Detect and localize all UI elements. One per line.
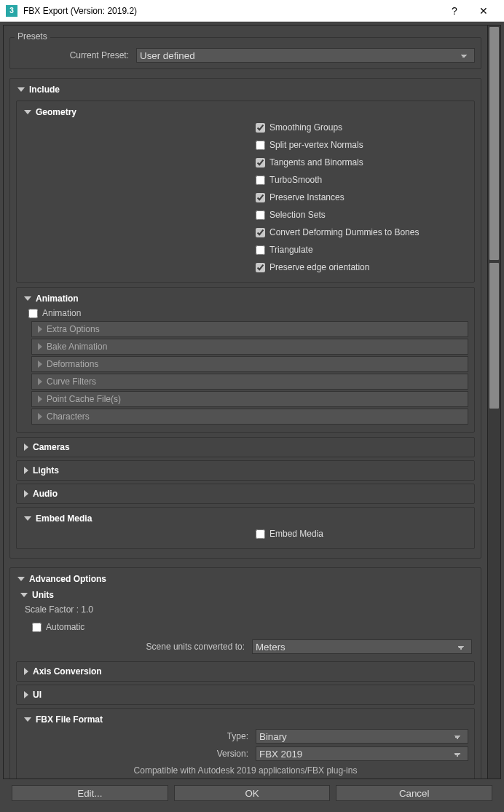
preserve-instances-label: Preserve Instances — [269, 192, 344, 202]
scale-factor-text: Scale Factor : 1.0 — [25, 604, 466, 615]
convert-dummies-checkbox[interactable] — [256, 228, 265, 237]
scroll-area: Presets Current Preset: User defined Inc… — [3, 25, 501, 779]
animation-checkbox[interactable] — [28, 309, 38, 318]
advanced-options-label: Advanced Options — [29, 574, 106, 584]
tangents-binormals-label: Tangents and Binormals — [269, 157, 363, 167]
window-titlebar: 3 FBX Export (Version: 2019.2) ? ✕ — [0, 0, 504, 22]
cancel-button[interactable]: Cancel — [336, 785, 492, 801]
extra-options-label: Extra Options — [47, 324, 100, 334]
close-button[interactable]: ✕ — [469, 5, 498, 17]
fbx-file-format-label: FBX File Format — [36, 714, 103, 725]
deformations-row[interactable]: Deformations — [31, 356, 468, 372]
lights-header[interactable]: Lights — [23, 464, 468, 477]
ui-group: UI — [16, 685, 475, 705]
audio-group: Audio — [16, 484, 475, 504]
bake-animation-row[interactable]: Bake Animation — [31, 339, 468, 355]
axis-conversion-label: Axis Conversion — [33, 666, 102, 677]
curve-filters-label: Curve Filters — [47, 377, 96, 387]
scrollbar-thumb[interactable] — [489, 27, 499, 260]
audio-header[interactable]: Audio — [23, 487, 468, 500]
cameras-header[interactable]: Cameras — [23, 441, 468, 454]
ok-button[interactable]: OK — [174, 785, 331, 801]
advanced-options-group: Advanced Options Units Scale Factor : 1.… — [9, 567, 481, 779]
point-cache-row[interactable]: Point Cache File(s) — [31, 391, 468, 407]
automatic-label: Automatic — [46, 622, 84, 632]
smoothing-groups-label: Smoothing Groups — [269, 122, 342, 133]
smoothing-groups-checkbox[interactable] — [256, 123, 265, 133]
version-label: Version: — [23, 749, 256, 759]
axis-conversion-header[interactable]: Axis Conversion — [23, 665, 468, 678]
characters-row[interactable]: Characters — [31, 409, 468, 425]
automatic-checkbox[interactable] — [32, 623, 42, 632]
curve-filters-row[interactable]: Curve Filters — [31, 374, 468, 390]
tangents-binormals-checkbox[interactable] — [256, 158, 265, 167]
chevron-down-icon — [17, 577, 25, 581]
preserve-edge-orientation-label: Preserve edge orientation — [269, 262, 369, 272]
scrollbar-track[interactable] — [487, 25, 500, 779]
turbosmooth-checkbox[interactable] — [256, 176, 265, 185]
chevron-right-icon — [38, 378, 42, 385]
edit-button[interactable]: Edit... — [12, 785, 168, 801]
help-button[interactable]: ? — [440, 5, 469, 17]
scene-units-label: Scene units converted to: — [19, 642, 252, 652]
fbx-file-format-group: FBX File Format Type: Binary Version: FB… — [16, 708, 475, 779]
convert-dummies-label: Convert Deforming Dummies to Bones — [269, 227, 419, 237]
content-pane: Presets Current Preset: User defined Inc… — [4, 25, 487, 779]
version-dropdown[interactable]: FBX 2019 — [256, 746, 468, 761]
selection-sets-checkbox[interactable] — [256, 210, 265, 220]
chevron-down-icon — [24, 110, 31, 114]
chevron-right-icon — [38, 360, 42, 368]
chevron-down-icon — [20, 593, 28, 597]
footer-buttons: Edit... OK Cancel — [3, 779, 501, 807]
embed-media-header[interactable]: Embed Media — [23, 512, 468, 525]
preserve-edge-orientation-checkbox[interactable] — [256, 263, 265, 272]
current-preset-dropdown[interactable]: User defined — [136, 48, 475, 63]
chevron-right-icon — [38, 326, 42, 333]
lights-group: Lights — [16, 460, 475, 481]
chevron-right-icon — [38, 395, 42, 403]
type-label: Type: — [23, 731, 256, 741]
include-label: Include — [29, 84, 60, 95]
app-icon: 3 — [6, 5, 17, 17]
window-body: Presets Current Preset: User defined Inc… — [0, 22, 504, 812]
embed-media-checkbox[interactable] — [256, 529, 265, 539]
geometry-group: Geometry Smoothing Groups Split per-vert… — [16, 100, 475, 283]
embed-media-group: Embed Media Embed Media — [16, 507, 475, 549]
animation-header[interactable]: Animation — [23, 292, 468, 305]
chevron-down-icon — [24, 516, 31, 521]
scrollbar-thumb[interactable] — [489, 263, 499, 409]
chevron-down-icon — [17, 87, 25, 92]
extra-options-row[interactable]: Extra Options — [31, 321, 468, 337]
preserve-instances-checkbox[interactable] — [256, 193, 265, 202]
chevron-down-icon — [24, 717, 31, 722]
presets-legend: Presets — [15, 31, 50, 42]
deformations-label: Deformations — [47, 359, 98, 369]
split-normals-label: Split per-vertex Normals — [269, 140, 363, 150]
point-cache-label: Point Cache File(s) — [47, 394, 121, 404]
lights-label: Lights — [33, 465, 59, 476]
chevron-right-icon — [24, 490, 28, 497]
animation-checkbox-label: Animation — [42, 308, 81, 318]
chevron-right-icon — [24, 467, 28, 474]
geometry-header[interactable]: Geometry — [23, 106, 468, 119]
type-dropdown[interactable]: Binary — [256, 729, 468, 744]
chevron-right-icon — [38, 343, 42, 350]
presets-group: Presets Current Preset: User defined — [9, 37, 481, 69]
animation-group: Animation Animation Extra Options Bake A… — [16, 287, 475, 433]
chevron-right-icon — [38, 413, 42, 420]
split-normals-checkbox[interactable] — [256, 141, 265, 150]
include-header[interactable]: Include — [16, 83, 475, 96]
fbx-file-format-header[interactable]: FBX File Format — [23, 713, 468, 726]
advanced-options-header[interactable]: Advanced Options — [16, 572, 475, 586]
scene-units-dropdown[interactable]: Meters — [252, 639, 472, 654]
triangulate-label: Triangulate — [269, 245, 313, 255]
units-header[interactable]: Units — [19, 588, 472, 602]
selection-sets-label: Selection Sets — [269, 210, 326, 220]
bake-animation-label: Bake Animation — [47, 342, 107, 352]
cameras-group: Cameras — [16, 437, 475, 457]
geometry-label: Geometry — [36, 107, 76, 117]
chevron-right-icon — [24, 444, 28, 451]
triangulate-checkbox[interactable] — [256, 245, 265, 255]
units-label: Units — [32, 590, 54, 600]
ui-header[interactable]: UI — [23, 688, 468, 701]
